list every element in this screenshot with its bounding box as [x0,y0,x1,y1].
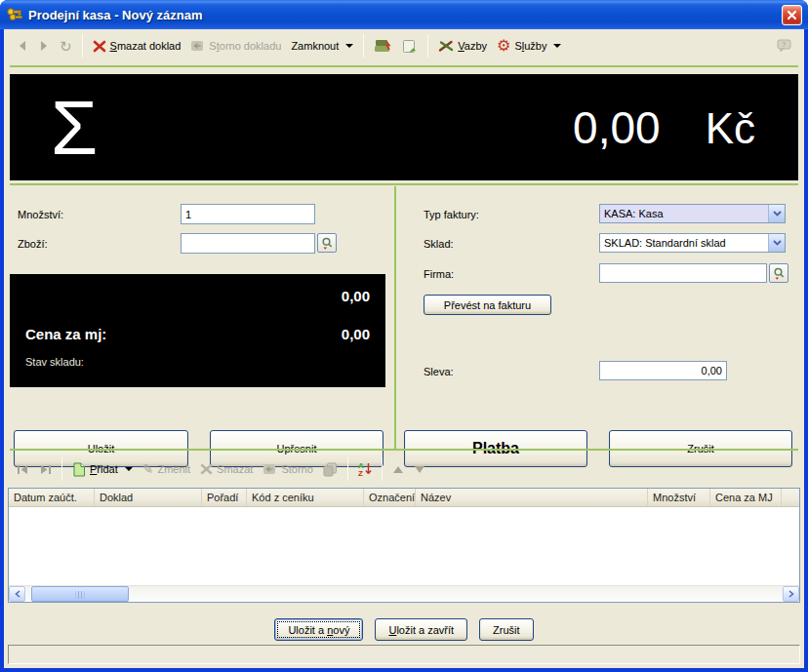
delete-row-button[interactable]: Smazat [195,459,258,479]
company-lookup-button[interactable] [769,263,788,283]
convert-to-invoice-button[interactable]: Převést na fakturu [424,295,551,315]
last-record-button[interactable] [34,460,57,479]
combo-dropdown-button[interactable] [768,205,785,222]
save-and-new-button[interactable]: Uložit a nový [274,618,363,641]
storno-icon [190,39,205,53]
goods-input[interactable] [181,233,315,254]
goods-lookup-button[interactable] [317,233,337,253]
pencil-icon: ✎ [142,462,154,476]
column-header-filler [782,489,799,506]
sum-amount-group: 0,00 Kč [573,101,755,154]
chevron-down-icon [125,467,133,471]
add-row-label: Přidat [90,463,118,475]
arrow-right-icon [38,40,50,52]
company-label: Firma: [424,268,454,280]
invoice-type-select[interactable]: KASA: Kasa [599,204,786,223]
print-preview-button[interactable] [396,35,423,58]
column-header[interactable]: Označení [364,489,416,506]
divider-line [10,183,798,185]
column-header[interactable]: Název [416,489,648,506]
warehouse-label: Sklad: [424,238,454,250]
app-keys-icon [6,7,23,22]
column-header[interactable]: Doklad [95,489,202,506]
storno-row-label: Storno [281,463,312,475]
delete-x-gray-icon [200,463,213,475]
chevron-down-icon [345,44,353,48]
cancel-button[interactable]: Zrušit [479,618,534,641]
delete-document-label: Smazat doklad [110,40,182,52]
relations-button[interactable]: Vazby [433,35,492,57]
combo-dropdown-button[interactable] [768,234,785,252]
grid-toolbar: Přidat ✎ Změnit Smazat Storno AZ [4,453,804,486]
toolbar-separator [427,34,428,58]
scroll-right-button[interactable] [783,586,799,602]
edit-row-label: Změnit [157,463,190,475]
item-entry-panel: Množství: Zboží: 0,00 Cena za mj: 0,00 S… [4,186,394,449]
discount-input[interactable] [599,361,727,380]
first-record-icon [17,464,29,475]
quantity-input[interactable] [181,204,315,224]
goods-label: Zboží: [18,238,48,250]
copy-row-button[interactable] [318,458,343,481]
sum-currency: Kč [706,104,755,153]
column-header[interactable]: Cena za MJ [710,489,782,506]
quantity-label: Množství: [18,209,63,220]
warehouse-select[interactable]: SKLAD: Standardní sklad [599,233,786,253]
comment-button[interactable]: ? [772,35,796,57]
services-label: Služby [514,40,546,52]
stock-level-label: Stav skladu: [25,356,370,368]
column-header[interactable]: Pořadí [202,489,247,506]
sort-button[interactable]: AZ [353,457,377,481]
table-body[interactable] [9,507,799,585]
first-record-button[interactable] [12,460,34,479]
toolbar-separator [347,457,348,481]
unit-price-value: 0,00 [342,326,370,342]
edit-row-button[interactable]: ✎ Změnit [138,458,195,480]
sort-az-icon: AZ [358,461,372,477]
print-preview-icon [401,39,418,54]
delete-document-button[interactable]: Smazat doklad [88,36,186,57]
window-title: Prodejní kasa - Nový záznam [28,8,782,22]
copy-icon [323,462,338,477]
nav-back-button[interactable] [12,36,33,56]
document-panel: Typ faktury: KASA: Kasa Sklad: SKLAD: St… [396,186,804,449]
move-row-up-button[interactable] [387,461,409,478]
title-bar: Prodejní kasa - Nový záznam [0,0,808,29]
sum-sigma-symbol: Σ [51,90,98,166]
toolbar-separator [382,457,383,481]
scroll-left-button[interactable] [9,586,25,602]
close-icon [787,10,797,20]
nav-forward-button[interactable] [33,36,55,56]
item-total-value: 0,00 [342,288,370,304]
relations-icon [438,39,454,53]
svg-text:Z: Z [358,469,363,477]
services-menu-button[interactable]: ⚙ Služby [492,34,566,58]
move-row-down-button[interactable] [409,461,430,478]
add-row-button[interactable]: Přidat [67,458,138,481]
printer-icon [374,39,391,54]
arrow-left-icon [17,40,28,52]
storno-document-button[interactable]: Storno dokladu [185,35,286,57]
scrollbar-track[interactable] [129,586,783,602]
lock-menu-label: Zamknout [291,40,339,52]
cancel-label: Zrušit [493,624,520,636]
unit-price-label: Cena za mj: [25,326,106,342]
relations-label: Vazby [458,40,487,52]
company-input[interactable] [599,263,767,283]
column-header[interactable]: Kód z ceníku [247,489,364,506]
refresh-button[interactable]: ↻ [55,35,77,58]
lock-menu-button[interactable]: Zamknout [286,36,358,56]
print-button[interactable] [369,35,396,58]
status-bar [8,645,800,664]
column-header[interactable]: Datum zaúčt. [9,489,95,506]
close-button[interactable] [782,5,802,25]
footer-button-row: Uložit a nový Uložit a zavřít Zrušit [4,618,804,641]
storno-row-button[interactable]: Storno [258,458,317,480]
magnifier-icon [773,267,786,280]
triangle-up-icon [392,465,404,474]
items-grid: Datum zaúčt.DokladPořadíKód z ceníkuOzna… [8,488,800,603]
column-header[interactable]: Množství [648,489,710,506]
storno-gray-icon [263,462,277,476]
scrollbar-thumb[interactable] [31,586,129,602]
save-and-close-button[interactable]: Uložit a zavřít [375,618,467,641]
